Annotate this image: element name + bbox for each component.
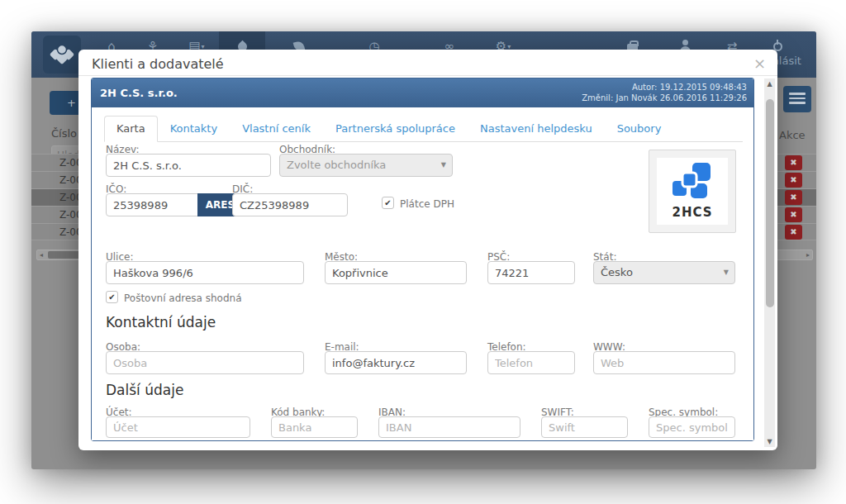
modal-title: Klienti a dodavatelé xyxy=(92,56,224,72)
tab-vlastni-cenik[interactable]: Vlastní ceník xyxy=(230,116,323,142)
dic-field[interactable] xyxy=(232,193,348,216)
ico-field[interactable] xyxy=(106,193,198,216)
client-name-title: 2H C.S. s.r.o. xyxy=(100,87,178,99)
client-panel-body: Karta Kontakty Vlastní ceník Partnerská … xyxy=(92,107,753,440)
tab-karta[interactable]: Karta xyxy=(104,116,158,142)
clients-modal: Klienti a dodavatelé × 2H C.S. s.r.o. Au… xyxy=(78,50,777,450)
select-caret-icon: ▼ xyxy=(724,262,729,283)
osoba-field[interactable] xyxy=(106,351,304,374)
audit-info: Autor: 19.12.2015 09:48:43 Změnil: Jan N… xyxy=(582,82,747,103)
ucet-field[interactable] xyxy=(106,416,250,438)
tab-soubory[interactable]: Soubory xyxy=(605,116,674,142)
postovni-adresa-checkbox[interactable]: ✔ xyxy=(106,291,118,303)
scroll-up-icon[interactable]: ▲ xyxy=(764,80,775,88)
kod-banky-field[interactable] xyxy=(271,416,358,438)
table-menu-button[interactable] xyxy=(783,86,811,112)
section-kontaktni-udaje: Kontaktní údaje xyxy=(106,314,216,330)
client-panel-header: 2H C.S. s.r.o. Autor: 19.12.2015 09:48:4… xyxy=(92,78,753,107)
www-field[interactable] xyxy=(593,351,735,374)
section-dalsi-udaje: Další údaje xyxy=(106,382,183,398)
iban-field[interactable] xyxy=(378,416,520,438)
delete-row-button[interactable]: ✖ xyxy=(785,155,802,170)
client-logo-text: 2HCS xyxy=(657,205,728,220)
scrollbar-thumb[interactable] xyxy=(766,99,774,307)
column-header-actions: Akce xyxy=(779,129,806,141)
tab-partnerska-spoluprace[interactable]: Partnerská spolupráce xyxy=(323,116,468,142)
nazev-field[interactable] xyxy=(106,154,271,177)
check-icon: ✔ xyxy=(108,292,115,302)
divider xyxy=(78,75,777,76)
2hcs-logo-icon xyxy=(671,163,714,201)
scroll-down-icon[interactable]: ▼ xyxy=(764,438,775,445)
postovni-adresa-label: Poštovní adresa shodná xyxy=(124,292,242,304)
client-logo: 2HCS xyxy=(657,158,728,225)
delete-row-button[interactable]: ✖ xyxy=(785,225,802,240)
author-line: Autor: 19.12.2015 09:48:43 xyxy=(582,82,747,93)
close-icon[interactable]: × xyxy=(753,55,766,72)
obchodnik-select[interactable]: Zvolte obchodníka ▼ xyxy=(279,154,453,177)
select-caret-icon: ▼ xyxy=(441,155,446,176)
stat-select[interactable]: Česko ▼ xyxy=(593,261,735,284)
people-logo-icon xyxy=(49,43,75,66)
changed-line: Změnil: Jan Novák 26.06.2016 11:29:26 xyxy=(582,93,747,103)
tab-nastaveni-helpdesku[interactable]: Nastavení helpdesku xyxy=(468,116,605,142)
scroll-right-icon[interactable]: ▸ xyxy=(806,251,810,259)
psc-field[interactable] xyxy=(487,261,575,284)
delete-row-button[interactable]: ✖ xyxy=(785,207,802,222)
mesto-field[interactable] xyxy=(325,261,467,284)
menu-icon xyxy=(789,93,806,95)
scroll-left-icon[interactable]: ◂ xyxy=(40,251,43,259)
app-logo[interactable] xyxy=(43,36,81,74)
client-panel: 2H C.S. s.r.o. Autor: 19.12.2015 09:48:4… xyxy=(91,78,754,441)
delete-row-button[interactable]: ✖ xyxy=(785,173,802,188)
delete-row-button[interactable]: ✖ xyxy=(785,190,802,205)
email-field[interactable] xyxy=(325,351,467,374)
platce-dph-checkbox[interactable]: ✔ xyxy=(382,197,394,209)
tab-bar: Karta Kontakty Vlastní ceník Partnerská … xyxy=(104,116,743,142)
telefon-field[interactable] xyxy=(487,351,575,374)
modal-scrollbar[interactable]: ▲ ▼ xyxy=(764,78,775,447)
swift-field[interactable] xyxy=(541,416,628,438)
platce-dph-label: Plátce DPH xyxy=(400,198,454,210)
spec-symbol-field[interactable] xyxy=(649,416,735,438)
tab-kontakty[interactable]: Kontakty xyxy=(158,116,230,142)
ulice-field[interactable] xyxy=(106,261,304,284)
check-icon: ✔ xyxy=(384,198,391,207)
client-logo-box: 2HCS xyxy=(649,150,736,233)
